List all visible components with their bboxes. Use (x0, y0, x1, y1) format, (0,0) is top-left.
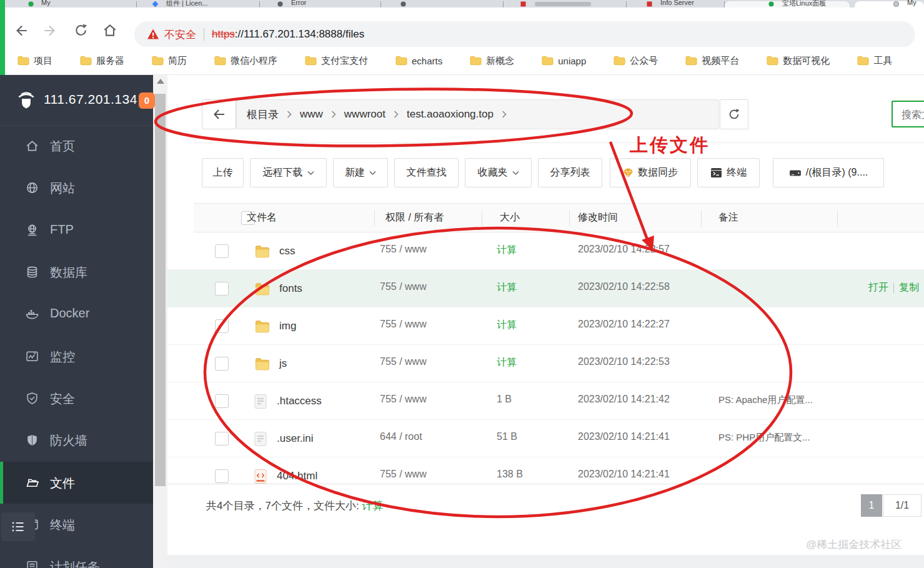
column-header-size[interactable]: 大小 (500, 211, 520, 224)
file-size-calc-link[interactable]: 计算 (497, 356, 517, 369)
file-size-calc-link[interactable]: 计算 (497, 244, 517, 257)
table-row[interactable]: .htaccess 755 / www 1 B 2023/02/10 14:21… (167, 382, 924, 420)
bookmark-item[interactable]: 项目 (17, 55, 52, 67)
pagination-page-1[interactable]: 1 (861, 494, 882, 517)
browser-tab[interactable]: 组件 | Licen... (139, 0, 257, 7)
server-header[interactable]: 111.67.201.134 (0, 75, 153, 126)
column-header-note[interactable]: 备注 (718, 211, 738, 224)
disk-root-button[interactable]: /(根目录) (9.... (773, 158, 884, 187)
sidebar-item-docker[interactable]: Docker (0, 293, 153, 335)
button-label: /(根目录) (9.... (806, 166, 868, 179)
remote-download-button[interactable]: 远程下载 (250, 158, 327, 187)
file-name-cell[interactable]: fonts (253, 270, 302, 307)
copy-link[interactable]: 复制 (899, 281, 919, 294)
address-bar[interactable]: 不安全 https ://111.67.201.134:8888/files (134, 21, 915, 47)
sidebar-collapse-button[interactable] (1, 512, 35, 541)
row-checkbox[interactable] (215, 394, 229, 408)
table-row[interactable]: css 755 / www 计算 2023/02/10 14:22:57 (167, 232, 924, 270)
browser-tab[interactable]: My (855, 0, 924, 7)
breadcrumb-item[interactable]: 根目录 (247, 107, 279, 122)
breadcrumb-item[interactable]: test.aoaoxiong.top (407, 108, 494, 121)
browser-tab[interactable] (505, 0, 625, 7)
sidebar-item-monitor[interactable]: 监控 (0, 336, 153, 377)
browser-tab[interactable]: 宝塔Linux面板 (726, 0, 848, 7)
browser-tab[interactable]: My (6, 0, 134, 7)
row-checkbox[interactable] (215, 244, 229, 258)
favorites-button[interactable]: 收藏夹 (465, 158, 532, 187)
row-checkbox[interactable] (215, 469, 229, 483)
file-name-cell[interactable]: css (253, 232, 296, 270)
table-row[interactable]: img 755 / www 计算 2023/02/10 14:22:27 (167, 307, 924, 345)
terminal-button[interactable]: 终端 (697, 158, 760, 187)
bookmark-item[interactable]: 支付宝支付 (305, 55, 368, 67)
browser-tab[interactable]: Info Server (628, 0, 723, 7)
file-search-button[interactable]: 文件查找 (394, 158, 459, 187)
row-checkbox[interactable] (215, 282, 229, 296)
upload-button[interactable]: 上传 (202, 158, 244, 187)
sidebar-item-home[interactable]: 首页 (0, 125, 153, 167)
browser-tab[interactable] (382, 0, 501, 7)
scrollbar-up-arrow-icon[interactable] (157, 79, 164, 84)
back-icon[interactable] (12, 22, 29, 39)
file-name-cell[interactable]: .user.ini (253, 420, 314, 457)
file-name-cell[interactable]: img (253, 307, 296, 345)
size-calc-link[interactable]: 计算 (362, 500, 383, 512)
bookmark-item[interactable]: 数据可视化 (767, 55, 830, 67)
sidebar-item-cron[interactable]: 计划任务 (0, 546, 153, 568)
search-box[interactable] (892, 101, 924, 127)
bookmark-item[interactable]: 新概念 (470, 55, 514, 67)
sidebar-item-firewall[interactable]: 防火墙 (0, 419, 153, 461)
forward-icon[interactable] (42, 22, 59, 39)
file-name-cell[interactable]: 404.html (253, 457, 317, 484)
button-label: 文件查找 (407, 166, 447, 179)
sidebar-item-ftp[interactable]: FTP (0, 209, 153, 251)
reload-icon[interactable] (73, 22, 89, 38)
file-mtime: 2023/02/10 14:21:41 (578, 469, 670, 480)
browser-tab[interactable]: Error (262, 0, 379, 7)
notification-badge[interactable]: 0 (139, 92, 155, 109)
row-checkbox[interactable] (215, 357, 229, 371)
bookmark-item[interactable]: 公众号 (614, 55, 658, 67)
column-header-mtime[interactable]: 修改时间 (578, 211, 618, 224)
refresh-icon (727, 107, 741, 121)
table-row[interactable]: fonts 755 / www 计算 2023/02/10 14:22:58 打… (167, 270, 924, 307)
table-row[interactable]: js 755 / www 计算 2023/02/10 14:22:53 (167, 345, 924, 382)
scrollbar-thumb[interactable] (155, 94, 166, 486)
table-row[interactable]: 404.html 755 / www 138 B 2023/02/10 14:2… (167, 457, 924, 484)
bookmark-item[interactable]: echarts (395, 56, 442, 66)
column-header-name[interactable]: 文件名 (247, 211, 277, 224)
refresh-button[interactable] (720, 99, 748, 129)
not-secure-warning-icon[interactable] (147, 28, 159, 41)
file-size-calc-link[interactable]: 计算 (497, 319, 517, 332)
share-list-button[interactable]: 分享列表 (538, 158, 602, 187)
sidebar-item-security[interactable]: 安全 (0, 377, 153, 419)
sidebar-item-label: 首页 (50, 138, 75, 155)
breadcrumb-item[interactable]: www (300, 108, 323, 121)
table-row[interactable]: .user.ini 644 / root 51 B 2023/02/10 14:… (167, 420, 924, 457)
home-icon[interactable] (102, 22, 118, 39)
search-input[interactable] (900, 102, 924, 127)
row-checkbox[interactable] (215, 319, 229, 333)
sidebar-item-database[interactable]: 数据库 (0, 251, 153, 293)
file-perm: 755 / www (380, 319, 427, 330)
file-name-cell[interactable]: js (253, 345, 287, 382)
row-checkbox[interactable] (215, 432, 229, 446)
column-header-perm[interactable]: 权限 / 所有者 (385, 211, 444, 224)
sidebar-item-website[interactable]: 网站 (0, 167, 153, 209)
bookmark-item[interactable]: 视频平台 (685, 55, 739, 67)
new-button[interactable]: 新建 (333, 158, 388, 187)
file-mtime: 2023/02/10 14:21:41 (578, 431, 670, 442)
bookmark-item[interactable]: 微信小程序 (214, 55, 277, 67)
back-button[interactable] (202, 99, 236, 129)
bookmark-item[interactable]: uniapp (542, 56, 586, 66)
bookmark-item[interactable]: 简历 (152, 55, 187, 67)
sidebar-item-files[interactable]: 文件 (0, 462, 156, 504)
open-link[interactable]: 打开 (868, 281, 888, 294)
breadcrumb-item[interactable]: wwwroot (344, 108, 385, 121)
bookmark-item[interactable]: 工具 (857, 55, 892, 67)
bookmark-item[interactable]: 服务器 (80, 55, 124, 67)
file-name-cell[interactable]: .htaccess (253, 382, 322, 420)
data-sync-button[interactable]: 数据同步 (610, 158, 691, 187)
file-size-calc-link[interactable]: 计算 (497, 281, 517, 294)
folder-icon (253, 281, 271, 297)
